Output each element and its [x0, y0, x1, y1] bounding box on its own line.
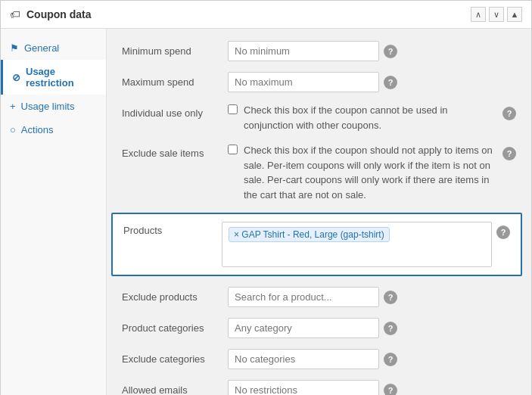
products-control: × GAP Tshirt - Red, Large (gap-tshirt) ?: [222, 222, 510, 267]
usage-restriction-icon: ⊘: [12, 72, 20, 83]
allowed-emails-label: Allowed emails: [122, 380, 228, 395]
product-categories-row: Product categories ?: [122, 318, 516, 338]
exclude-sale-checkbox-wrap: Check this box if the coupon should not …: [228, 143, 498, 202]
collapse-up-button[interactable]: ∧: [471, 7, 486, 22]
sidebar-item-general-label: General: [24, 42, 59, 54]
sidebar-item-general[interactable]: ⚑ General: [1, 36, 106, 60]
title-bar: 🏷 Coupon data ∧ ∨ ▲: [1, 1, 531, 29]
maximum-spend-row: Maximum spend ?: [122, 72, 516, 92]
sidebar-item-actions-label: Actions: [21, 124, 54, 135]
exclude-categories-control: ?: [228, 349, 516, 369]
minimum-spend-label: Minimum spend: [122, 41, 228, 57]
exclude-sale-label: Exclude sale items: [122, 143, 228, 159]
minimum-spend-input[interactable]: [228, 41, 379, 61]
collapse-down-button[interactable]: ∨: [489, 7, 504, 22]
actions-icon: ○: [10, 124, 16, 135]
title-bar-left: 🏷 Coupon data: [10, 8, 92, 20]
exclude-products-row: Exclude products ?: [122, 287, 516, 307]
exclude-products-input[interactable]: [228, 287, 379, 307]
individual-use-checkbox[interactable]: [228, 104, 238, 114]
maximum-spend-label: Maximum spend: [122, 72, 228, 88]
sidebar-item-actions[interactable]: ○ Actions: [1, 118, 106, 142]
allowed-emails-input[interactable]: [228, 380, 379, 395]
minimum-spend-help-icon[interactable]: ?: [384, 45, 397, 58]
products-label: Products: [123, 222, 222, 236]
individual-use-row: Individual use only Check this box if th…: [122, 103, 516, 132]
content-area: Minimum spend ? Maximum spend ? Individu…: [107, 29, 531, 395]
exclude-sale-help-icon[interactable]: ?: [502, 147, 516, 160]
exclude-products-help-icon[interactable]: ?: [384, 291, 397, 304]
exclude-products-label: Exclude products: [122, 287, 228, 303]
exclude-categories-row: Exclude categories ?: [122, 349, 516, 369]
product-categories-label: Product categories: [122, 318, 228, 334]
exclude-categories-help-icon[interactable]: ?: [384, 353, 397, 366]
exclude-categories-label: Exclude categories: [122, 349, 228, 365]
products-row: Products × GAP Tshirt - Red, Large (gap-…: [111, 213, 522, 276]
maximum-spend-help-icon[interactable]: ?: [384, 76, 397, 89]
sidebar-item-usage-limits[interactable]: + Usage limits: [1, 95, 106, 118]
exclude-categories-input[interactable]: [228, 349, 379, 369]
exclude-sale-control: Check this box if the coupon should not …: [228, 143, 516, 202]
product-categories-control: ?: [228, 318, 516, 338]
exclude-sale-description: Check this box if the coupon should not …: [244, 143, 498, 202]
individual-use-control: Check this box if the coupon cannot be u…: [228, 103, 516, 132]
usage-limits-icon: +: [10, 101, 16, 112]
main-content: ⚑ General ⊘ Usage restriction + Usage li…: [1, 29, 531, 395]
window-title: Coupon data: [26, 8, 92, 20]
exclude-sale-row: Exclude sale items Check this box if the…: [122, 143, 516, 202]
product-tag: × GAP Tshirt - Red, Large (gap-tshirt): [229, 227, 390, 242]
coupon-data-window: 🏷 Coupon data ∧ ∨ ▲ ⚑ General ⊘ Usage re…: [0, 0, 532, 395]
sidebar-item-usage-restriction-label: Usage restriction: [26, 66, 97, 89]
minimum-spend-control: ?: [228, 41, 516, 61]
products-tag-input[interactable]: × GAP Tshirt - Red, Large (gap-tshirt): [222, 222, 492, 267]
coupon-icon: 🏷: [10, 8, 20, 20]
product-categories-input[interactable]: [228, 318, 379, 338]
maximum-spend-input[interactable]: [228, 72, 379, 92]
exclude-products-control: ?: [228, 287, 516, 307]
allowed-emails-row: Allowed emails ?: [122, 380, 516, 395]
sidebar-item-usage-limits-label: Usage limits: [21, 101, 75, 112]
products-help-icon[interactable]: ?: [496, 225, 510, 239]
individual-use-help-icon[interactable]: ?: [502, 107, 516, 120]
allowed-emails-control: ?: [228, 380, 516, 395]
title-bar-controls: ∧ ∨ ▲: [471, 7, 522, 22]
sidebar-item-usage-restriction[interactable]: ⊘ Usage restriction: [1, 60, 106, 95]
product-categories-help-icon[interactable]: ?: [384, 322, 397, 335]
individual-use-label: Individual use only: [122, 103, 228, 119]
individual-use-checkbox-wrap: Check this box if the coupon cannot be u…: [228, 103, 498, 132]
expand-button[interactable]: ▲: [507, 7, 522, 22]
general-icon: ⚑: [10, 42, 19, 54]
product-tag-text: × GAP Tshirt - Red, Large (gap-tshirt): [234, 229, 384, 240]
individual-use-description: Check this box if the coupon cannot be u…: [244, 103, 498, 132]
exclude-sale-checkbox[interactable]: [228, 145, 238, 154]
sidebar: ⚑ General ⊘ Usage restriction + Usage li…: [1, 29, 107, 395]
minimum-spend-row: Minimum spend ?: [122, 41, 516, 61]
allowed-emails-help-icon[interactable]: ?: [384, 384, 397, 395]
maximum-spend-control: ?: [228, 72, 516, 92]
